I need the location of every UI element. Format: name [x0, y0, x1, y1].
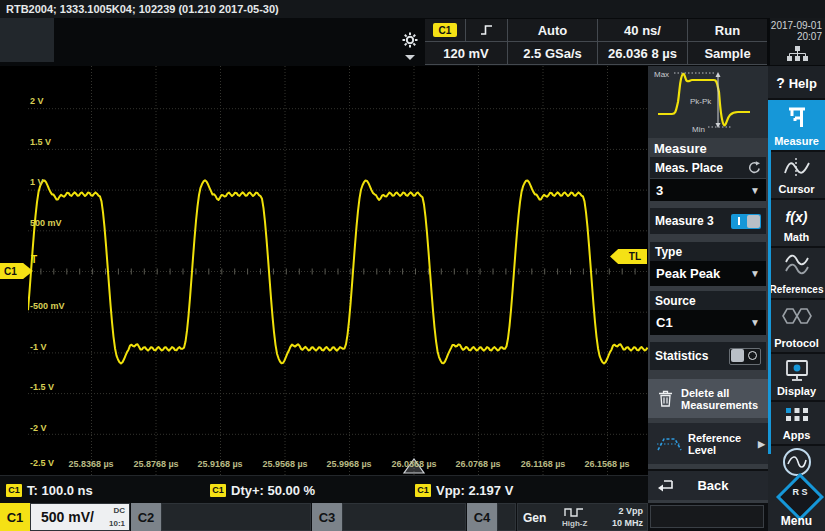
generator-wave-icon[interactable] — [783, 448, 811, 476]
trigger-time-marker[interactable]: T — [31, 254, 37, 265]
delete-all-measurements-button[interactable]: Delete all Measurements — [648, 379, 768, 418]
result-channel-badge: C1 — [415, 484, 431, 497]
time-label: 26.0368 µs — [384, 459, 444, 469]
time-label: 26.1168 µs — [513, 459, 573, 469]
measurement-result-3[interactable]: C1 Vpp: 2.197 V — [415, 476, 513, 504]
sidebar-item-measure[interactable]: Measure — [768, 100, 825, 152]
header-menu-area[interactable] — [0, 18, 54, 62]
result-text: Vpp: 2.197 V — [436, 483, 513, 498]
delete-all-label-line2: Measurements — [681, 399, 758, 411]
reference-level-button[interactable]: Reference Level ▶ — [648, 423, 768, 464]
measure3-label: Measure 3 — [655, 214, 714, 228]
caliper-icon — [785, 105, 809, 131]
time-label: 25.8368 µs — [61, 459, 121, 469]
gear-icon[interactable] — [402, 32, 418, 48]
horizontal-position-cell[interactable]: 26.036 8 µs — [598, 42, 687, 64]
statistics-toggle[interactable] — [729, 348, 761, 365]
header-cells: C1 Auto 40 ns/ Run 120 mV 2.5 GSa/s 26.0… — [425, 19, 767, 65]
channel3-settings-cell[interactable] — [342, 503, 466, 531]
voltage-label: 1.5 V — [30, 137, 51, 147]
sidebar-accent-line — [768, 100, 771, 454]
datetime-cell[interactable]: 2017-09-01 20:07 — [770, 18, 825, 65]
channel2-settings-cell[interactable] — [161, 503, 311, 531]
timebase-cell[interactable]: 40 ns/ — [598, 19, 687, 41]
panel-title: Measure — [654, 141, 707, 156]
time-label: 25.8768 µs — [126, 459, 186, 469]
apps-label: Apps — [783, 429, 811, 441]
generator-cell[interactable]: Gen High-Z 2 Vpp 10 MHz — [517, 503, 648, 531]
back-button[interactable]: Back — [648, 469, 768, 500]
channel1-badge[interactable]: C1 — [0, 503, 30, 531]
measurement-result-1[interactable]: C1 T: 100.0 ns — [6, 476, 93, 504]
voltage-label: -2 V — [30, 423, 47, 433]
help-label: Help — [789, 76, 817, 91]
trigger-mode-cell[interactable]: Auto — [508, 19, 597, 41]
refresh-icon[interactable] — [748, 161, 761, 174]
measurement-result-2[interactable]: C1 Dty+: 50.00 % — [210, 476, 315, 504]
cursor-icon — [783, 157, 811, 179]
voltage-label: -500 mV — [30, 301, 65, 311]
measurement-diagram: Max Pk-Pk Min — [648, 66, 768, 138]
trigger-slope-icon — [479, 23, 495, 37]
channel-scale-cell[interactable]: 120 mV — [425, 42, 507, 64]
source-dropdown[interactable]: C1 ▼ — [650, 310, 766, 335]
reference-level-line2: Level — [688, 444, 741, 456]
reference-level-icon — [656, 434, 682, 454]
channel1-settings-cell[interactable]: 500 mV/ DC 10:1 — [30, 503, 130, 531]
statistics-label: Statistics — [655, 349, 708, 363]
type-label-row: Type — [650, 242, 766, 261]
generator-label: Gen — [523, 511, 546, 525]
back-label: Back — [674, 478, 752, 493]
cursor-label: Cursor — [778, 183, 814, 195]
measure3-toggle[interactable] — [731, 214, 761, 229]
voltage-label: -1.5 V — [30, 382, 54, 392]
channel3-badge[interactable]: C3 — [312, 503, 342, 531]
source-label: Source — [655, 294, 696, 308]
voltage-label: 500 mV — [30, 218, 62, 228]
meas-place-row[interactable]: Meas. Place — [650, 157, 766, 178]
type-dropdown[interactable]: Peak Peak ▼ — [650, 261, 766, 286]
source-label-row: Source — [650, 291, 766, 310]
sidebar-item-display[interactable]: Display — [768, 354, 825, 402]
sidebar-item-protocol[interactable]: Protocol — [768, 300, 825, 354]
trash-icon — [658, 390, 673, 407]
measure3-row: Measure 3 — [650, 208, 766, 234]
empty-status-cell — [650, 505, 764, 528]
device-id-text: RTB2004; 1333.1005K04; 102239 (01.210 20… — [6, 3, 279, 15]
sidebar-item-references[interactable]: References — [768, 248, 825, 300]
trigger-source-cell[interactable]: C1 — [425, 19, 507, 41]
chevron-down-icon: ▼ — [750, 268, 760, 279]
type-value: Peak Peak — [656, 266, 720, 281]
sidebar-item-help[interactable]: ? Help — [768, 66, 825, 100]
result-text: T: 100.0 ns — [27, 483, 93, 498]
oscilloscope-screen: RTB2004; 1333.1005K04; 102239 (01.210 20… — [0, 0, 825, 531]
voltage-label: -2.5 V — [30, 458, 54, 468]
sidebar-item-apps[interactable]: Apps — [768, 402, 825, 446]
menu-label[interactable]: Menu — [768, 514, 825, 528]
time-label: 25.9168 µs — [190, 459, 250, 469]
sidebar-item-cursor[interactable]: Cursor — [768, 152, 825, 200]
voltage-label: 1 V — [30, 177, 44, 187]
time-label: 25.9568 µs — [255, 459, 315, 469]
time-label: 25.9968 µs — [319, 459, 379, 469]
channel2-badge[interactable]: C2 — [131, 503, 161, 531]
time-label: 26.1568 µs — [577, 459, 637, 469]
display-label: Display — [777, 385, 816, 397]
chevron-down-icon[interactable] — [405, 55, 415, 60]
result-channel-badge: C1 — [6, 484, 22, 497]
result-channel-badge: C1 — [210, 484, 226, 497]
math-label: Math — [784, 231, 810, 243]
meas-place-dropdown[interactable]: 3 ▼ — [650, 179, 766, 201]
references-label: References — [770, 284, 824, 295]
sample-rate-cell[interactable]: 2.5 GSa/s — [508, 42, 597, 64]
source-value: C1 — [656, 315, 673, 330]
channel4-badge[interactable]: C4 — [467, 503, 497, 531]
acquisition-mode-cell[interactable]: Sample — [688, 42, 767, 64]
apps-grid-icon — [785, 407, 809, 423]
sidebar-item-math[interactable]: f(x) Math — [768, 200, 825, 248]
display-icon — [784, 359, 810, 383]
diagram-pkpk-label: Pk-Pk — [690, 97, 712, 106]
channel4-settings-cell[interactable] — [497, 503, 516, 531]
reference-level-line1: Reference — [688, 432, 741, 444]
acquisition-state-cell[interactable]: Run — [688, 19, 767, 41]
